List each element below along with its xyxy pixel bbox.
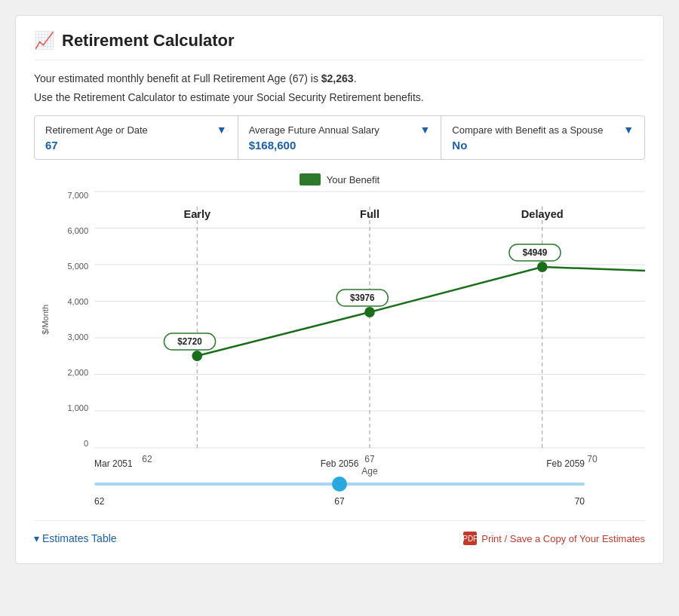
y-label-5000: 5,000 [67, 262, 88, 271]
y-label-3000: 3,000 [67, 333, 88, 342]
dropdown-retirement-age-arrow: ▼ [217, 124, 227, 136]
callout-full-text: $3976 [350, 293, 375, 303]
callout-early-text: $2720 [177, 336, 202, 347]
description-line1: Your estimated monthly benefit at Full R… [34, 71, 645, 87]
slider-age-start: 62 [94, 496, 104, 507]
page-title: Retirement Calculator [62, 31, 235, 51]
dropdown-salary-value: $168,600 [249, 139, 431, 152]
y-label-4000: 4,000 [67, 298, 88, 306]
footer: ▾ Estimates Table PDF Print / Save a Cop… [34, 520, 645, 545]
chart-area: Your Benefit $/Month 7,000 6,000 5,000 4… [34, 173, 645, 507]
chart-icon: 📈 [34, 31, 54, 51]
description-line2: Use the Retirement Calculator to estimat… [34, 91, 645, 103]
y-axis-title: $/Month [41, 305, 50, 335]
chevron-down-icon: ▾ [34, 532, 39, 544]
label-early: Early [183, 208, 210, 220]
dropdown-salary-label: Average Future Annual Salary [249, 124, 379, 136]
benefit-line [197, 267, 645, 356]
slider-date-mid: Feb 2056 [321, 458, 359, 469]
dropdown-salary-arrow: ▼ [419, 124, 430, 136]
y-label-0: 0 [84, 440, 88, 448]
chart-legend: Your Benefit [34, 173, 645, 185]
legend-label: Your Benefit [327, 174, 379, 185]
y-label-7000: 7,000 [67, 192, 88, 200]
slider-dates: Mar 2051 Feb 2056 Feb 2059 [94, 458, 585, 469]
filter-dropdowns: Retirement Age or Date ▼ 67 Average Futu… [34, 115, 645, 160]
pdf-icon: PDF [463, 532, 477, 545]
y-label-6000: 6,000 [67, 227, 88, 235]
retirement-calculator-card: 📈 Retirement Calculator Your estimated m… [15, 15, 664, 564]
print-save-label: Print / Save a Copy of Your Estimates [481, 533, 645, 544]
dropdown-spouse-value: No [452, 139, 634, 152]
y-axis: 7,000 6,000 5,000 4,000 3,000 2,000 1,00… [57, 192, 94, 448]
slider-track [94, 483, 585, 486]
label-full: Full [360, 208, 379, 220]
benefit-amount: $2,263 [321, 72, 354, 84]
y-label-2000: 2,000 [67, 369, 88, 377]
slider-thumb[interactable] [332, 477, 347, 492]
header: 📈 Retirement Calculator [34, 31, 645, 60]
slider-ages: 62 67 70 [94, 496, 585, 507]
slider-date-end: Feb 2059 [546, 458, 585, 469]
slider-age-mid: 67 [334, 496, 344, 507]
dropdown-spouse[interactable]: Compare with Benefit as a Spouse ▼ No [441, 116, 644, 159]
y-label-1000: 1,000 [67, 404, 88, 412]
dropdown-spouse-label: Compare with Benefit as a Spouse [452, 124, 603, 136]
dropdown-salary[interactable]: Average Future Annual Salary ▼ $168,600 [238, 116, 442, 159]
legend-color-box [300, 173, 321, 185]
estimates-table-link[interactable]: ▾ Estimates Table [34, 532, 117, 544]
callout-delayed-text: $4949 [523, 247, 548, 258]
dropdown-retirement-age[interactable]: Retirement Age or Date ▼ 67 [35, 116, 238, 159]
slider-section: Mar 2051 Feb 2056 Feb 2059 62 67 70 [34, 458, 645, 507]
label-delayed: Delayed [521, 208, 564, 220]
dropdown-retirement-age-value: 67 [45, 139, 227, 152]
point-early [192, 351, 202, 361]
chart-svg: Early Full Delayed $2720 [94, 192, 645, 448]
slider-track-wrapper[interactable] [94, 475, 585, 493]
dropdown-spouse-arrow: ▼ [623, 124, 634, 136]
chart-inner: Early Full Delayed $2720 [94, 192, 645, 448]
dropdown-retirement-age-label: Retirement Age or Date [45, 124, 148, 136]
point-full [364, 307, 375, 317]
estimates-table-label: Estimates Table [42, 532, 117, 544]
print-save-link[interactable]: PDF Print / Save a Copy of Your Estimate… [463, 532, 645, 545]
point-delayed [537, 262, 548, 272]
slider-date-start: Mar 2051 [94, 458, 133, 469]
slider-age-end: 70 [575, 496, 585, 507]
